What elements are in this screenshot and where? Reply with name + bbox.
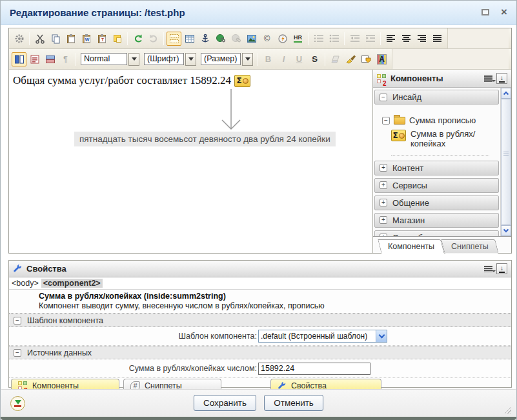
tree-item-sum-component[interactable]: Σ Сумма в рублях/копейках bbox=[391, 130, 489, 155]
properties-panel-header: Свойства ↓ bbox=[9, 261, 511, 277]
paste-icon[interactable] bbox=[63, 32, 78, 46]
expand-plus-icon[interactable]: + bbox=[380, 216, 387, 224]
outdent-icon[interactable] bbox=[347, 32, 362, 46]
template-select[interactable]: .default (Встроенный шаблон) bbox=[258, 330, 387, 343]
anchor-icon[interactable] bbox=[198, 32, 212, 46]
source-field-label: Сумма в рублях/копейках числом: bbox=[9, 364, 258, 373]
toolbar-separator bbox=[163, 32, 164, 45]
folder-icon bbox=[394, 116, 405, 125]
panel-scrollbar[interactable] bbox=[500, 88, 511, 236]
align-center-icon[interactable] bbox=[399, 32, 414, 46]
section-template[interactable]: − Шаблон компонента bbox=[9, 314, 511, 327]
snippet-borders-icon[interactable] bbox=[27, 52, 42, 66]
accordion-group-communication[interactable]: + Общение bbox=[374, 195, 499, 210]
background-color-icon[interactable] bbox=[359, 52, 374, 66]
accordion-group-inside[interactable]: − Инсайд bbox=[374, 90, 499, 105]
expand-plus-icon[interactable]: + bbox=[380, 181, 387, 189]
components-panel-body: − Инсайд − Сумма прописью Σ bbox=[373, 88, 511, 236]
tab-components[interactable]: Компоненты bbox=[378, 239, 445, 254]
panel-collapse-icon[interactable]: ↓ bbox=[496, 73, 507, 84]
editor-workspace: W T © HR bbox=[8, 28, 512, 254]
show-blocks-icon[interactable] bbox=[167, 32, 181, 46]
component-borders-icon[interactable] bbox=[12, 52, 26, 66]
fields-borders-icon[interactable] bbox=[43, 52, 57, 66]
remove-format-icon[interactable] bbox=[328, 52, 343, 66]
source-gear-icon[interactable] bbox=[12, 32, 26, 46]
table-icon[interactable] bbox=[182, 32, 197, 46]
link-icon[interactable] bbox=[213, 32, 228, 46]
collapse-minus-icon[interactable]: − bbox=[14, 349, 21, 357]
expand-plus-icon[interactable]: + bbox=[380, 234, 387, 236]
sum-number-input[interactable] bbox=[258, 363, 370, 375]
toolbar-separator bbox=[29, 32, 30, 45]
numbered-list-icon[interactable] bbox=[311, 32, 326, 46]
scroll-down-icon[interactable] bbox=[501, 225, 511, 236]
panel-menu-icon[interactable] bbox=[484, 75, 492, 82]
redo-icon[interactable] bbox=[146, 32, 161, 46]
flash-icon[interactable] bbox=[275, 32, 290, 46]
collapse-minus-icon[interactable]: − bbox=[380, 94, 387, 101]
properties-panel: Свойства ↓ <body> <component2> Сумма в р… bbox=[8, 260, 512, 388]
size-select[interactable]: (Размер) bbox=[201, 53, 253, 66]
undo-icon[interactable] bbox=[130, 32, 145, 46]
scroll-up-icon[interactable] bbox=[501, 88, 511, 99]
align-justify-icon[interactable] bbox=[430, 32, 445, 46]
font-select[interactable]: (Шрифт) bbox=[144, 53, 196, 66]
align-left-icon[interactable] bbox=[383, 32, 398, 46]
insert-page-icon[interactable] bbox=[10, 396, 25, 411]
horizontal-rule-icon[interactable]: HR bbox=[290, 32, 305, 46]
accordion-group-services[interactable]: + Сервисы bbox=[374, 178, 499, 193]
group-label: Служебные bbox=[392, 233, 438, 236]
section-data-source[interactable]: − Источник данных bbox=[9, 346, 511, 359]
toolbar-separator bbox=[344, 32, 345, 45]
collapse-minus-icon[interactable]: − bbox=[382, 117, 390, 125]
unlink-icon[interactable] bbox=[228, 32, 243, 46]
components-panel: 2 Компоненты ↓ − Инсайд − Сумма пропис bbox=[373, 70, 511, 253]
italic-icon[interactable]: I bbox=[276, 52, 291, 66]
panel-collapse-icon[interactable]: ↓ bbox=[496, 263, 507, 274]
title-bar: Редактирование страницы: /test.php × bbox=[1, 1, 516, 25]
image-icon[interactable] bbox=[244, 32, 259, 46]
paragraph-icon[interactable]: ¶ bbox=[58, 52, 73, 66]
strikethrough-icon[interactable]: S bbox=[307, 52, 322, 66]
paste-as-text-icon[interactable]: T bbox=[94, 32, 109, 46]
cut-icon[interactable] bbox=[32, 32, 47, 46]
tab-snippets[interactable]: Сниппеты bbox=[441, 239, 498, 254]
special-char-icon[interactable]: © bbox=[259, 32, 274, 46]
accordion-group-shop[interactable]: + Магазин bbox=[374, 213, 499, 228]
wysiwyg-editor-area[interactable]: Общая сумма услуг/работ составляет 15892… bbox=[9, 70, 373, 253]
breadcrumb-component[interactable]: <component2> bbox=[41, 279, 103, 288]
paste-from-word-icon[interactable]: W bbox=[79, 32, 94, 46]
sum-component-icon[interactable]: Σ bbox=[234, 75, 250, 87]
expand-plus-icon[interactable]: + bbox=[380, 164, 387, 172]
accordion-group-system[interactable]: + Служебные bbox=[374, 230, 499, 236]
cancel-button[interactable]: Отменить bbox=[264, 395, 323, 411]
scrollbar-thumb[interactable] bbox=[501, 99, 511, 225]
breadcrumb-body[interactable]: <body> bbox=[12, 279, 39, 288]
font-color-icon[interactable]: A bbox=[374, 52, 389, 66]
bulleted-list-icon[interactable] bbox=[327, 32, 341, 46]
select-all-icon[interactable] bbox=[110, 32, 125, 46]
section-label: Источник данных bbox=[27, 348, 92, 357]
component-result-box: пятнадцать тысяч восемьсот девяносто два… bbox=[74, 132, 336, 146]
wrench-icon bbox=[13, 264, 23, 274]
components-panel-tabs: Компоненты Сниппеты bbox=[373, 236, 511, 253]
collapse-minus-icon[interactable]: − bbox=[14, 317, 21, 325]
save-button[interactable]: Сохранить bbox=[194, 395, 256, 411]
group-label: Магазин bbox=[392, 215, 425, 225]
accordion-group-content[interactable]: + Контент bbox=[374, 161, 499, 175]
copy-icon[interactable] bbox=[48, 32, 63, 46]
highlight-brush-icon[interactable] bbox=[343, 52, 358, 66]
close-icon[interactable]: × bbox=[501, 6, 507, 19]
tree-folder-sum[interactable]: − Сумма прописью bbox=[382, 115, 499, 125]
maximize-icon[interactable] bbox=[482, 9, 489, 15]
toolbar-empty-area bbox=[392, 49, 509, 69]
indent-icon[interactable] bbox=[363, 32, 378, 46]
panel-menu-icon[interactable] bbox=[484, 266, 492, 272]
toolbar-row-2: ¶ Normal (Шрифт) (Размер) B I U S A bbox=[9, 49, 511, 70]
bold-icon[interactable]: B bbox=[261, 52, 276, 66]
underline-icon[interactable]: U bbox=[292, 52, 307, 66]
align-right-icon[interactable] bbox=[414, 32, 429, 46]
paragraph-style-select[interactable]: Normal bbox=[81, 53, 139, 66]
expand-plus-icon[interactable]: + bbox=[380, 199, 387, 206]
